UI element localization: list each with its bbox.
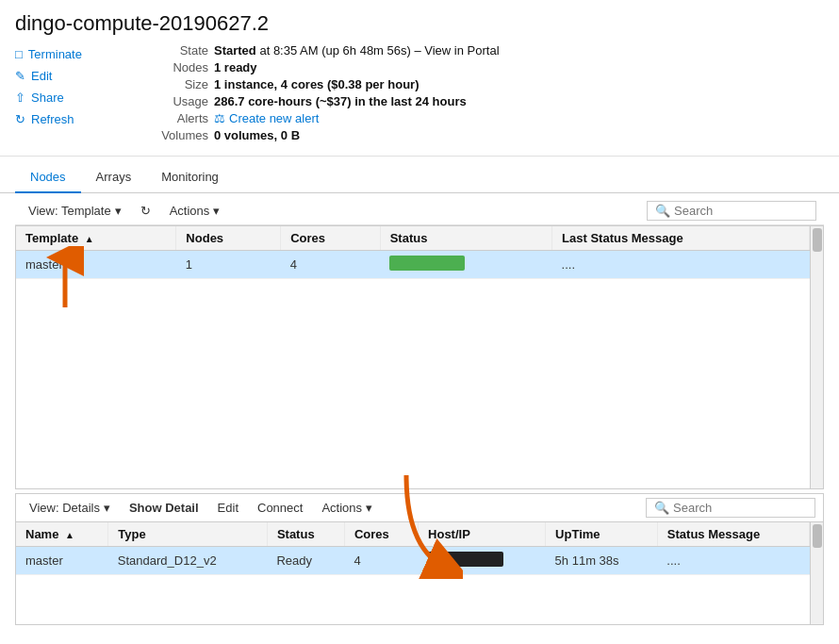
host-ip-bar — [428, 552, 503, 567]
cell-type: Standard_D12_v2 — [108, 547, 268, 575]
details-table: Name ▲ Type Status Cores Host/IP UpTime … — [16, 522, 823, 575]
terminate-icon: □ — [15, 47, 23, 61]
bottom-table-container: Name ▲ Type Status Cores Host/IP UpTime … — [15, 521, 824, 625]
table-header-row: Template ▲ Nodes Cores Status Last Statu… — [16, 226, 823, 251]
table-row[interactable]: master 1 4 .... — [16, 251, 823, 279]
cell-name: master — [16, 547, 108, 575]
alerts-label: Alerts — [156, 111, 208, 125]
edit-button[interactable]: ✎ Edit — [15, 67, 119, 85]
scrollbar-thumb[interactable] — [813, 228, 822, 252]
refresh-small-icon: ↻ — [140, 204, 151, 218]
volumes-label: Volumes — [156, 128, 208, 142]
usage-label: Usage — [156, 94, 208, 108]
name-sort-icon: ▲ — [65, 530, 74, 540]
top-search-input[interactable] — [674, 204, 808, 218]
tab-nodes[interactable]: Nodes — [15, 162, 81, 193]
cell-last-status: .... — [552, 251, 810, 279]
details-header-row: Name ▲ Type Status Cores Host/IP UpTime … — [16, 522, 823, 547]
table-row[interactable]: master Standard_D12_v2 Ready 4 5h 11m 38… — [16, 547, 823, 575]
col-uptime: UpTime — [546, 522, 658, 547]
alerts-value: ⚖ Create new alert — [214, 111, 319, 125]
cell-status-detail: Ready — [267, 547, 344, 575]
cell-status — [380, 251, 551, 279]
bottom-search-input[interactable] — [673, 501, 807, 515]
nodes-value: 1 ready — [214, 60, 257, 74]
terminate-button[interactable]: □ Terminate — [15, 45, 119, 63]
tab-monitoring[interactable]: Monitoring — [146, 162, 234, 193]
alert-icon: ⚖ — [214, 111, 225, 125]
cell-nodes: 1 — [176, 251, 281, 279]
view-template-button[interactable]: View: Template ▾ — [23, 201, 127, 221]
bottom-search-area[interactable]: 🔍 — [646, 498, 815, 518]
col-cores-detail: Cores — [344, 522, 418, 547]
bottom-scrollbar-thumb[interactable] — [813, 524, 822, 548]
usage-value: 286.7 core-hours (~$37) in the last 24 h… — [214, 94, 467, 108]
create-alert-link[interactable]: ⚖ Create new alert — [214, 111, 319, 125]
top-search-area[interactable]: 🔍 — [647, 201, 816, 221]
top-toolbar: View: Template ▾ ↻ Actions ▾ 🔍 — [15, 197, 824, 225]
bottom-edit-button[interactable]: Edit — [212, 498, 244, 518]
bottom-actions-button[interactable]: Actions ▾ — [316, 498, 378, 518]
show-detail-button[interactable]: Show Detail — [123, 498, 205, 518]
cell-cores-detail: 4 — [344, 547, 418, 575]
bottom-search-icon: 🔍 — [654, 501, 669, 515]
col-status: Status — [380, 226, 551, 251]
refresh-icon: ↻ — [15, 112, 25, 126]
status-bar-green — [389, 256, 465, 271]
col-last-status: Last Status Message — [552, 226, 810, 251]
col-host-ip: Host/IP — [419, 522, 546, 547]
chevron-down-icon: ▾ — [115, 204, 122, 218]
connect-button[interactable]: Connect — [252, 498, 308, 518]
sort-asc-icon: ▲ — [85, 234, 94, 244]
bottom-actions-chevron-icon: ▾ — [366, 501, 372, 515]
edit-icon: ✎ — [15, 69, 25, 83]
search-icon: 🔍 — [655, 204, 670, 218]
size-label: Size — [156, 77, 208, 91]
cell-status-message: .... — [657, 547, 809, 575]
col-nodes: Nodes — [176, 226, 281, 251]
actions-button[interactable]: Actions ▾ — [164, 201, 226, 221]
top-table-container: Template ▲ Nodes Cores Status Last Statu… — [15, 225, 824, 489]
col-template: Template ▲ — [16, 226, 176, 251]
bottom-toolbar: View: Details ▾ Show Detail Edit Connect… — [15, 493, 824, 521]
scrollbar-track[interactable] — [810, 226, 823, 488]
actions-chevron-icon: ▾ — [213, 204, 220, 218]
cell-template: master — [16, 251, 176, 279]
tabs-bar: Nodes Arrays Monitoring — [0, 162, 839, 193]
view-details-button[interactable]: View: Details ▾ — [24, 498, 116, 518]
cell-host-ip — [419, 547, 546, 575]
size-value: 1 instance, 4 cores ($0.38 per hour) — [214, 77, 419, 91]
page-title: dingo-compute-20190627.2 — [0, 0, 839, 43]
cell-uptime: 5h 11m 38s — [546, 547, 658, 575]
volumes-value: 0 volumes, 0 B — [214, 128, 300, 142]
cell-cores: 4 — [281, 251, 381, 279]
bottom-scrollbar-track[interactable] — [810, 522, 823, 624]
view-chevron-icon: ▾ — [104, 501, 110, 515]
top-refresh-button[interactable]: ↻ — [135, 201, 156, 221]
nodes-label: Nodes — [156, 60, 208, 74]
state-value: Started at 8:35 AM (up 6h 48m 56s) – Vie… — [214, 43, 500, 58]
col-name: Name ▲ — [16, 522, 108, 547]
col-cores: Cores — [281, 226, 381, 251]
col-status-detail: Status — [267, 522, 344, 547]
col-status-msg: Status Message — [657, 522, 809, 547]
tab-arrays[interactable]: Arrays — [81, 162, 147, 193]
col-type: Type — [108, 522, 268, 547]
share-button[interactable]: ⇧ Share — [15, 89, 119, 107]
state-label: State — [156, 43, 208, 58]
share-icon: ⇧ — [15, 91, 25, 105]
refresh-button[interactable]: ↻ Refresh — [15, 110, 119, 128]
nodes-table: Template ▲ Nodes Cores Status Last Statu… — [16, 226, 823, 279]
